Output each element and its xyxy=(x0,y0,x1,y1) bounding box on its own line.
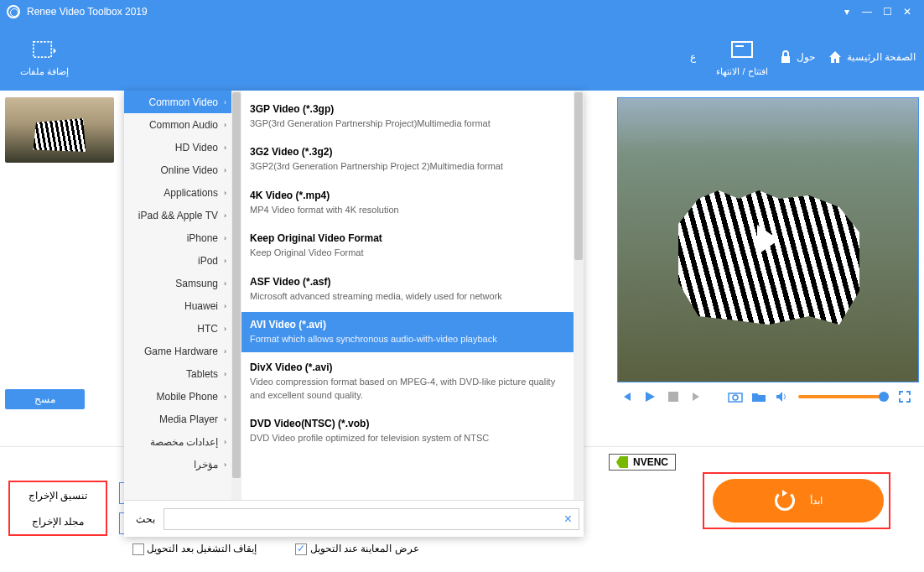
preview-label: عرض المعاينة عند التحويل xyxy=(310,543,419,554)
category-label: Common Audio xyxy=(149,119,218,131)
format-item[interactable]: ASF Video (*.asf)Microsoft advanced stre… xyxy=(238,269,575,309)
minimize-icon[interactable]: — xyxy=(857,3,877,20)
category-item[interactable]: Tablets› xyxy=(124,362,231,385)
category-item[interactable]: iPod› xyxy=(124,249,231,272)
add-files-label: إضافة ملفات xyxy=(20,66,69,77)
main-toolbar: إضافة ملفات ع افتتاح / الانتهاء حول الصف… xyxy=(0,23,924,91)
output-format-label: تنسيق الإخراج xyxy=(29,490,87,502)
category-label: Online Video xyxy=(161,164,219,176)
search-input[interactable] xyxy=(164,508,579,530)
homepage-label: الصفحة الرئيسية xyxy=(847,51,916,63)
fullscreen-icon[interactable] xyxy=(897,389,912,404)
volume-slider[interactable] xyxy=(798,395,889,398)
format-item[interactable]: Keep Original Video FormatKeep Original … xyxy=(238,226,575,266)
stop-icon[interactable] xyxy=(666,389,681,404)
format-desc: 3GP2(3rd Generation Partnership Project … xyxy=(250,160,563,173)
svg-rect-1 xyxy=(732,42,752,57)
format-title: DivX Video (*.avi) xyxy=(250,361,563,373)
category-item[interactable]: HTC› xyxy=(124,317,231,340)
category-label: Mobile Phone xyxy=(157,391,218,403)
category-label: Tablets xyxy=(186,368,218,380)
video-preview[interactable] xyxy=(617,97,919,382)
shutdown-checkbox[interactable]: إيقاف التشغيل بعد التحويل xyxy=(127,543,257,555)
app-title: Renee Video Toolbox 2019 xyxy=(27,6,837,18)
chevron-right-icon: › xyxy=(224,393,226,401)
folder-open-icon[interactable] xyxy=(751,389,766,404)
open-close-button[interactable]: افتتاح / الانتهاء xyxy=(716,38,767,77)
category-label: إعدادات مخصصة xyxy=(150,436,218,448)
hidden-tab-fragment: ع xyxy=(690,51,696,63)
category-label: Media Player xyxy=(159,413,218,425)
format-item[interactable]: 4K Video (*.mp4)MP4 Video format with 4K… xyxy=(238,183,575,223)
close-icon[interactable]: ✕ xyxy=(897,3,917,20)
category-label: Common Video xyxy=(149,96,219,108)
svg-rect-4 xyxy=(668,392,678,402)
file-list-panel: مسح xyxy=(0,91,124,446)
nvenc-badge: NVENC xyxy=(609,454,676,471)
preview-checkbox[interactable]: عرض المعاينة عند التحويل xyxy=(290,543,418,555)
format-list: 3GP Video (*.3gp)3GP(3rd Generation Part… xyxy=(231,91,584,537)
format-search-bar: بحث × xyxy=(124,500,584,537)
main-area: مسح Common Video›Common Audio›HD Video›O… xyxy=(0,91,924,446)
dropdown-window-icon[interactable]: ▾ xyxy=(837,3,857,20)
category-item[interactable]: Applications› xyxy=(124,181,231,204)
format-dropdown: Common Video›Common Audio›HD Video›Onlin… xyxy=(124,91,584,537)
lock-icon xyxy=(780,50,792,64)
maximize-icon[interactable]: ☐ xyxy=(877,3,897,20)
svg-rect-0 xyxy=(34,41,51,56)
format-title: 4K Video (*.mp4) xyxy=(250,190,563,201)
output-labels-highlight: تنسيق الإخراج مجلد الإخراج xyxy=(8,481,107,536)
start-button[interactable]: ابدأ xyxy=(713,479,884,523)
format-desc: 3GP(3rd Generation Partnership Project)M… xyxy=(250,117,563,130)
format-desc: Video compression format based on MPEG-4… xyxy=(250,376,563,402)
category-item[interactable]: Huawei› xyxy=(124,294,231,317)
next-icon[interactable] xyxy=(689,389,704,404)
chevron-right-icon: › xyxy=(224,166,226,174)
category-label: iPod xyxy=(198,255,218,267)
format-scrollbar-right[interactable] xyxy=(574,91,584,500)
category-item[interactable]: Samsung› xyxy=(124,272,231,294)
play-icon[interactable] xyxy=(642,389,657,404)
category-item[interactable]: Online Video› xyxy=(124,159,231,181)
app-logo-icon xyxy=(7,5,20,18)
category-item[interactable]: إعدادات مخصصة› xyxy=(124,430,231,453)
format-title: DVD Video(NTSC) (*.vob) xyxy=(250,418,563,429)
format-item[interactable]: DVD Video(NTSC) (*.vob)DVD Video profile… xyxy=(238,411,575,451)
clear-search-icon[interactable]: × xyxy=(564,512,572,527)
about-button[interactable]: حول xyxy=(780,50,815,64)
category-label: iPhone xyxy=(187,232,218,244)
format-scrollbar[interactable] xyxy=(231,91,241,500)
format-title: 3GP Video (*.3gp) xyxy=(250,103,563,115)
output-folder-label: مجلد الإخراج xyxy=(32,516,84,528)
category-item[interactable]: مؤخرا› xyxy=(124,453,231,476)
category-item[interactable]: Mobile Phone› xyxy=(124,385,231,408)
video-thumbnail[interactable] xyxy=(5,97,114,163)
home-icon xyxy=(828,50,842,64)
clear-button[interactable]: مسح xyxy=(5,389,85,409)
category-item[interactable]: Common Audio› xyxy=(124,113,231,136)
play-overlay-icon[interactable] xyxy=(757,225,779,255)
format-title: ASF Video (*.asf) xyxy=(250,276,563,288)
category-item[interactable]: iPad && Apple TV› xyxy=(124,204,231,226)
card-icon xyxy=(730,38,754,61)
search-label: بحث xyxy=(136,513,155,525)
chevron-right-icon: › xyxy=(224,211,226,220)
chevron-right-icon: › xyxy=(224,279,226,288)
add-files-button[interactable]: إضافة ملفات xyxy=(20,38,69,77)
format-desc: Keep Original Video Format xyxy=(250,247,563,259)
format-item[interactable]: 3GP Video (*.3gp)3GP(3rd Generation Part… xyxy=(238,96,575,137)
volume-icon[interactable] xyxy=(775,389,790,404)
camera-icon[interactable] xyxy=(728,389,743,404)
about-label: حول xyxy=(797,51,815,63)
category-item[interactable]: HD Video› xyxy=(124,136,231,159)
category-item[interactable]: iPhone› xyxy=(124,226,231,249)
format-item[interactable]: 3G2 Video (*.3g2)3GP2(3rd Generation Par… xyxy=(238,139,575,179)
category-item[interactable]: Common Video› xyxy=(124,91,231,113)
category-item[interactable]: Media Player› xyxy=(124,408,231,430)
format-item[interactable]: DivX Video (*.avi)Video compression form… xyxy=(238,355,575,408)
prev-icon[interactable] xyxy=(619,389,634,404)
homepage-button[interactable]: الصفحة الرئيسية xyxy=(828,50,916,64)
format-item[interactable]: AVI Video (*.avi)Format which allows syn… xyxy=(238,312,575,352)
category-item[interactable]: Game Hardware› xyxy=(124,340,231,362)
chevron-right-icon: › xyxy=(224,234,226,242)
